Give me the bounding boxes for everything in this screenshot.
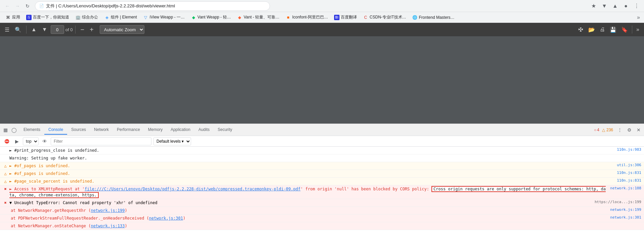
print-button[interactable]: 🖨: [598, 25, 607, 34]
devtools-more-button[interactable]: ⋮: [616, 126, 624, 134]
msg-icon-5: △: [3, 179, 8, 184]
context-select[interactable]: top: [23, 137, 39, 145]
open-file-button[interactable]: 📂: [586, 25, 597, 34]
bookmark-iconfont[interactable]: ■ Iconfont-阿里巴巴…: [283, 13, 331, 21]
tab-performance[interactable]: Performance: [113, 125, 144, 135]
msg-file-stack-2[interactable]: network.js:301: [607, 215, 641, 220]
next-page-button[interactable]: ▼: [40, 25, 49, 34]
star-button[interactable]: ★: [589, 1, 598, 11]
forward-button[interactable]: →: [13, 1, 22, 11]
console-message-4: △ ► #of_pages is undefined. 110n.js:831: [0, 170, 644, 178]
menu-button[interactable]: ⋮: [632, 1, 641, 11]
console-message-1: ► #print_progress_close is undefined. 11…: [0, 147, 644, 154]
bookmark-vant1[interactable]: ◆ Vant Weapp - 轻…: [188, 13, 234, 21]
stack-link-2[interactable]: network.js:301: [149, 216, 183, 221]
msg-text-cors: ► Access to XMLHttpRequest at 'file:///C…: [9, 186, 607, 198]
zoom-out-button[interactable]: −: [78, 25, 86, 35]
prev-page-button[interactable]: ▲: [29, 25, 39, 34]
bookmark-csdn[interactable]: C CSDN-专业IT技术…: [360, 13, 409, 21]
msg-file-4[interactable]: 110n.js:831: [614, 171, 641, 175]
tab-sources[interactable]: Sources: [67, 125, 90, 135]
office-icon: 🏢: [75, 15, 81, 20]
page-number-input[interactable]: [51, 25, 64, 34]
bookmarks-more-button[interactable]: »: [636, 13, 641, 22]
device-toggle-button[interactable]: ◯: [10, 126, 18, 134]
cors-link[interactable]: file:///C:/Users/Lenovo/Desktop/pdfjs-2.…: [85, 187, 301, 191]
apps-icon: ⌘: [5, 15, 11, 20]
log-levels-select[interactable]: Default levels ▾ Verbose Info Warnings E…: [153, 137, 191, 145]
tab-memory[interactable]: Memory: [144, 125, 167, 135]
vant2-icon: ◆: [237, 15, 242, 20]
separator-2: [75, 26, 76, 34]
console-message-3: △ ► #of_pages is undefined. util.js:306: [0, 162, 644, 170]
zoom-in-button[interactable]: +: [88, 25, 96, 35]
msg-icon-cors: ✖: [3, 187, 8, 191]
presentation-mode-button[interactable]: ⧾: [576, 25, 586, 34]
inspect-element-button[interactable]: ▦: [1, 126, 9, 134]
more-tools-button[interactable]: »: [634, 25, 641, 34]
nav-buttons: ← → ↻: [3, 1, 32, 11]
csdn-icon: C: [363, 15, 368, 20]
account-button[interactable]: ●: [621, 1, 631, 11]
bookmark-element[interactable]: ◈ 组件 | Element: [101, 13, 140, 21]
console-clear-button[interactable]: ⛔: [3, 137, 11, 145]
back-button[interactable]: ←: [3, 1, 12, 11]
extensions-button[interactable]: ▲: [610, 1, 620, 11]
zoom-select[interactable]: Automatic Zoom Actual Size Page Fit Page…: [100, 25, 144, 34]
tab-network[interactable]: Network: [90, 125, 113, 135]
devtools-settings-button[interactable]: ⚙: [625, 126, 633, 134]
console-message-2: Warning: Setting up fake worker.: [0, 154, 644, 162]
msg-icon-uncaught: ✖: [3, 200, 8, 205]
console-preserve-button[interactable]: ▶: [13, 137, 21, 145]
zoom-container: Automatic Zoom Actual Size Page Fit Page…: [100, 25, 144, 34]
devtools-close-button[interactable]: ✕: [635, 126, 643, 134]
address-text: 文件 | C:/Users/Lenovo/Desktop/pdfjs-2.2.2…: [46, 3, 175, 9]
tab-console[interactable]: Console: [44, 125, 67, 135]
eye-filter-button[interactable]: 👁: [41, 137, 49, 145]
msg-file-1[interactable]: 110n.js:983: [614, 147, 641, 152]
msg-text-uncaught: ▼ Uncaught TypeError: Cannot read proper…: [9, 200, 592, 206]
tab-audits[interactable]: Audits: [194, 125, 214, 135]
toggle-sidebar-button[interactable]: ☰: [3, 25, 11, 34]
find-button[interactable]: 🔍: [13, 25, 24, 34]
favicon-icon: 📄: [39, 4, 44, 8]
bookmark-apps[interactable]: ⌘ 应用: [3, 13, 23, 21]
bookmark-baidu1[interactable]: 百 百度一下，你就知道: [24, 13, 72, 21]
stack-link-3[interactable]: network.js:133: [91, 224, 125, 228]
collections-button[interactable]: ▼: [600, 1, 609, 11]
reload-button[interactable]: ↻: [23, 1, 32, 11]
baidu-icon: 百: [26, 15, 32, 20]
msg-file-uncaught[interactable]: https://loca...js:199: [592, 200, 641, 204]
bookmark-frontend[interactable]: 🌐 Frontend Masters…: [410, 13, 457, 21]
bookmark-baidu2[interactable]: 翻 百度翻译: [331, 13, 360, 21]
msg-text-4: ► #of_pages is undefined.: [9, 171, 614, 177]
separator-1: [26, 26, 27, 34]
devtools-panel: ▦ ◯ Elements Console Sources Network Per…: [0, 124, 644, 233]
msg-file-stack-1[interactable]: network.js:199: [607, 207, 641, 212]
devtools-tabs: ▦ ◯ Elements Console Sources Network Per…: [0, 124, 644, 136]
msg-text-stack-1: at NetworkManager.getRequestXhr (network…: [11, 207, 607, 214]
address-bar[interactable]: 📄 文件 | C:/Users/Lenovo/Desktop/pdfjs-2.2…: [35, 1, 270, 11]
separator-3: [632, 26, 632, 34]
tab-elements[interactable]: Elements: [19, 125, 44, 135]
tab-security[interactable]: Security: [214, 125, 236, 135]
msg-text-2: Warning: Setting up fake worker.: [9, 155, 639, 161]
bookmark-button[interactable]: 🔖: [619, 25, 630, 34]
pdf-toolbar: ☰ 🔍 ▲ ▼ of 0 − + Automatic Zoom Actual S…: [0, 23, 644, 36]
browser-chrome: ← → ↻ 📄 文件 | C:/Users/Lenovo/Desktop/pdf…: [0, 0, 644, 12]
download-button[interactable]: 💾: [608, 25, 618, 34]
console-message-uncaught: ✖ ▼ Uncaught TypeError: Cannot read prop…: [0, 199, 644, 207]
console-message-5: △ ► #page_scale_percent is undefined. 11…: [0, 178, 644, 185]
bookmark-office[interactable]: 🏢 综合办公: [73, 13, 101, 21]
filter-input[interactable]: [51, 137, 151, 145]
bookmark-iview[interactable]: ▽ iView Weapp - 一…: [140, 13, 187, 21]
bookmark-vant2[interactable]: ◆ Vant - 轻量、可靠…: [234, 13, 282, 21]
msg-file-cors[interactable]: network.js:108: [607, 186, 641, 190]
msg-file-3[interactable]: util.js:306: [614, 163, 641, 167]
tab-application[interactable]: Application: [167, 125, 194, 135]
error-badge: ○ 4: [594, 128, 599, 132]
msg-file-5[interactable]: 110n.js:831: [614, 178, 641, 183]
console-filter-bar: ⛔ ▶ top 👁 Default levels ▾ Verbose Info …: [0, 136, 644, 147]
stack-link-1[interactable]: network.js:199: [91, 208, 125, 213]
baidu2-icon: 翻: [334, 15, 339, 20]
